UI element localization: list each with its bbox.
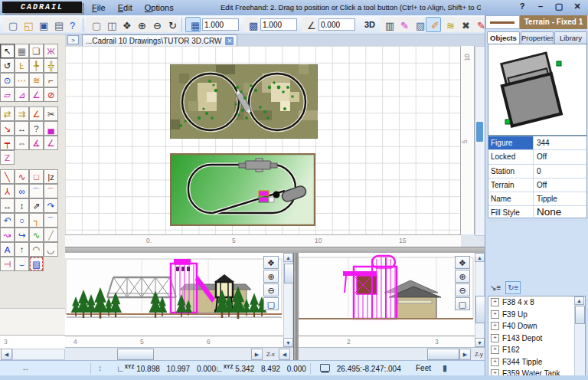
grid-size-field[interactable] bbox=[202, 18, 239, 31]
join-tracks-tool[interactable]: ⋯ bbox=[15, 73, 29, 87]
tree-item[interactable]: + F162 bbox=[488, 344, 585, 356]
property-row[interactable]: Terrain Off bbox=[488, 179, 586, 192]
zoom-in-icon[interactable]: ⊕ bbox=[132, 17, 148, 32]
query-track-tool[interactable]: ? bbox=[29, 121, 44, 136]
tree-item[interactable]: + F39 Up bbox=[488, 309, 585, 321]
tie-spacing-tool[interactable]: ↔ bbox=[15, 121, 29, 136]
units-toggle-icon[interactable]: ▮ bbox=[443, 363, 447, 373]
figure-image-tool[interactable]: ▨ bbox=[29, 257, 44, 271]
grade-b-tool[interactable]: ∠ bbox=[44, 136, 58, 150]
snap-size-field[interactable] bbox=[260, 18, 297, 31]
expander-icon[interactable]: + bbox=[491, 358, 499, 366]
tab-close-icon[interactable]: ✕ bbox=[225, 37, 234, 45]
smooth-curve-tool[interactable]: ∿ bbox=[29, 228, 44, 242]
measure-track-tool[interactable]: ⇔ bbox=[15, 136, 29, 150]
pan-view-icon[interactable]: ❖ bbox=[263, 256, 279, 269]
help-icon[interactable]: ? bbox=[64, 17, 80, 32]
car-tool[interactable]: ▄ bbox=[44, 121, 58, 136]
vscroll-up-arrow[interactable]: ▲ bbox=[283, 253, 293, 262]
render-icon[interactable]: ▥ bbox=[380, 17, 395, 32]
units-label[interactable]: Feet bbox=[416, 364, 431, 372]
oval-layout-figure[interactable] bbox=[170, 153, 315, 226]
circles-tool[interactable]: ∞ bbox=[15, 184, 29, 198]
join-tracks-2-tool[interactable]: ≋ bbox=[29, 73, 44, 87]
scroll-thumb[interactable] bbox=[476, 122, 483, 142]
maximize-button[interactable]: ▢ bbox=[551, 1, 567, 12]
connector-curve-tool[interactable]: ↝ bbox=[0, 228, 15, 242]
hscroll-right-arrow[interactable]: ▶ bbox=[459, 349, 471, 360]
figure8-terrain-figure[interactable] bbox=[170, 64, 318, 139]
lay-track-icon[interactable]: ≋ bbox=[441, 17, 456, 32]
empty-slot[interactable] bbox=[44, 150, 58, 165]
hscroll-left-arrow[interactable]: ◀ bbox=[279, 349, 290, 360]
cut-tool[interactable]: ✂ bbox=[44, 106, 58, 121]
dimension-tool[interactable]: |z bbox=[44, 169, 58, 184]
scroll-thumb[interactable] bbox=[117, 349, 154, 360]
elevation-scene-left[interactable] bbox=[65, 253, 283, 336]
curve-point-tool[interactable]: ⌒ bbox=[44, 184, 58, 198]
curve-left-tool[interactable]: ↶ bbox=[0, 213, 15, 228]
new-drawing-icon[interactable]: ▢ bbox=[3, 17, 18, 32]
zoom-out-icon[interactable]: ⊖ bbox=[455, 283, 470, 296]
line-tool[interactable]: ╲ bbox=[0, 169, 15, 184]
scroll-thumb[interactable] bbox=[575, 306, 585, 324]
arc-tool[interactable]: ⌣ bbox=[15, 257, 29, 271]
drawing-canvas[interactable] bbox=[65, 46, 461, 234]
help-button[interactable]: ? bbox=[514, 1, 530, 12]
tree-scrollbar[interactable]: ▲ ▼ bbox=[574, 296, 585, 380]
print-icon[interactable]: ▤ bbox=[49, 17, 64, 32]
disable-tool[interactable]: ⊘ bbox=[44, 87, 58, 102]
reference-line-tool[interactable]: ╱ bbox=[44, 228, 58, 242]
open-drawing-icon[interactable]: ◱ bbox=[18, 17, 34, 32]
bezier-tool[interactable]: ◠ bbox=[29, 242, 44, 257]
tree-item[interactable]: + F143 Depot bbox=[488, 332, 585, 345]
zoom-in-icon[interactable]: ⊕ bbox=[455, 270, 470, 283]
text-tool[interactable]: A bbox=[0, 242, 15, 257]
expander-icon[interactable]: + bbox=[491, 298, 499, 306]
hscroll-track[interactable] bbox=[12, 349, 65, 360]
stretch-tool[interactable]: ⇗ bbox=[29, 198, 44, 213]
view-horizontal-scrollbar[interactable]: ▶ Z-x ◀ bbox=[65, 347, 293, 361]
hscroll-left-arrow[interactable]: ◀ bbox=[1, 349, 12, 360]
connect-end-tool[interactable]: Ŀ bbox=[15, 58, 29, 73]
pan-view-icon[interactable]: ❖ bbox=[455, 256, 470, 269]
zoom-window-icon[interactable]: ▢ bbox=[263, 297, 279, 310]
save-drawing-icon[interactable]: ▣ bbox=[34, 17, 49, 32]
step-corner-tool[interactable]: ⌐ bbox=[44, 73, 58, 87]
grade-down-tool[interactable]: ∠ bbox=[29, 87, 44, 102]
angle-track-tool[interactable]: ∠ bbox=[29, 106, 44, 121]
align-rail-tool[interactable]: ╬ bbox=[44, 58, 58, 73]
grade-a-tool[interactable]: ∡ bbox=[29, 136, 44, 150]
delete-tool[interactable]: ▦ bbox=[15, 44, 29, 58]
curve-right-tool[interactable]: ↷ bbox=[44, 198, 58, 213]
file[interactable]: File bbox=[92, 3, 106, 12]
curve-tool[interactable]: ⌒ bbox=[29, 184, 44, 198]
rotate-tool[interactable]: ↺ bbox=[0, 58, 15, 73]
shift-track-tool[interactable]: ⇄ bbox=[0, 106, 15, 121]
sync-tree-icon[interactable]: ↻≡ bbox=[505, 281, 521, 294]
empty-slot[interactable] bbox=[15, 150, 29, 165]
vscroll-up-arrow[interactable]: ▲ bbox=[475, 253, 485, 262]
vscroll-down-arrow[interactable]: ▼ bbox=[283, 338, 293, 347]
expander-icon[interactable]: + bbox=[491, 346, 499, 354]
line-style-swatch[interactable] bbox=[485, 15, 520, 29]
property-row[interactable]: Figure 344 bbox=[488, 136, 586, 150]
vscroll-down-arrow[interactable]: ▼ bbox=[475, 338, 485, 347]
view-vertical-scrollbar[interactable]: ▲ ▼ bbox=[475, 253, 485, 347]
properties[interactable]: Properties bbox=[521, 31, 554, 44]
redraw-icon[interactable]: ↻ bbox=[163, 17, 178, 32]
angle-icon[interactable]: ∠ bbox=[302, 17, 317, 32]
property-row[interactable]: Station 0 bbox=[488, 165, 586, 179]
rotate-point-tool[interactable]: ⊙ bbox=[0, 73, 15, 87]
empty-slot[interactable] bbox=[29, 150, 44, 165]
slider-tool[interactable]: ⊣ bbox=[0, 257, 15, 271]
angle-field[interactable] bbox=[318, 18, 355, 31]
tree-item[interactable]: + F40 Down bbox=[488, 320, 585, 332]
measure-horizontal-icon[interactable]: ↔ bbox=[21, 363, 30, 372]
edit-freehand-icon[interactable]: ✐ bbox=[426, 17, 441, 32]
insert-image-icon[interactable]: ▨ bbox=[410, 17, 426, 32]
select-tool[interactable]: ↖ bbox=[0, 44, 15, 58]
empty-slot[interactable] bbox=[44, 257, 58, 271]
wye-tool[interactable]: ⅄ bbox=[0, 184, 15, 198]
property-row[interactable]: Fill Style None bbox=[488, 206, 586, 220]
